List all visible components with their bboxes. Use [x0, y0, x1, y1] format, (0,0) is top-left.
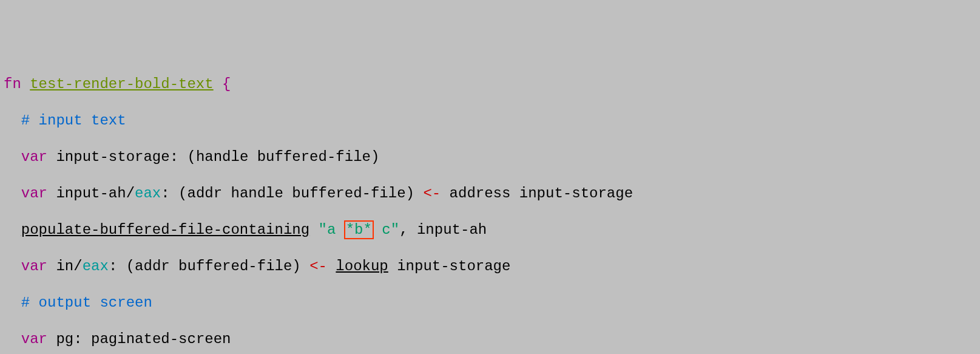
- rhs: address input-storage: [450, 185, 633, 202]
- code-line: var pg: paginated-screen: [4, 330, 976, 349]
- string-literal-post: c": [373, 222, 399, 238]
- type: (handle buffered-file): [187, 149, 379, 165]
- keyword-var: var: [21, 258, 47, 274]
- code-line: var input-storage: (handle buffered-file…: [4, 148, 976, 166]
- keyword-var: var: [21, 185, 47, 202]
- keyword-fn: fn: [4, 76, 21, 92]
- type: paginated-screen: [91, 331, 231, 347]
- code-line: # input text: [4, 112, 976, 130]
- comment: # input text: [21, 112, 126, 129]
- register: eax: [83, 258, 109, 274]
- var-name: input-storage:: [56, 149, 178, 165]
- var-name: input-ah: [56, 185, 126, 202]
- code-line: var in/eax: (addr buffered-file) <- look…: [4, 257, 976, 276]
- var-name: in: [56, 258, 73, 274]
- rest: input-storage: [388, 258, 511, 274]
- highlight-box: *b*: [344, 220, 374, 239]
- keyword-var: var: [21, 331, 47, 347]
- var-name: pg:: [56, 331, 82, 347]
- comment: # output screen: [21, 294, 152, 311]
- code-line: var input-ah/eax: (addr handle buffered-…: [4, 185, 976, 203]
- rest: , input-ah: [399, 222, 487, 238]
- type: (addr buffered-file): [126, 258, 301, 274]
- keyword-var: var: [21, 149, 47, 165]
- brace-open: {: [222, 76, 231, 92]
- code-line: populate-buffered-file-containing "a *b*…: [4, 221, 976, 239]
- register: eax: [135, 185, 161, 202]
- function-name[interactable]: test-render-bold-text: [30, 76, 213, 92]
- call-link[interactable]: lookup: [336, 258, 388, 274]
- arrow: <-: [309, 258, 327, 274]
- code-line: # output screen: [4, 294, 976, 312]
- type: (addr handle buffered-file): [178, 185, 414, 202]
- call-link[interactable]: populate-buffered-file-containing: [21, 222, 309, 238]
- string-literal-pre: "a: [319, 222, 345, 238]
- arrow: <-: [423, 185, 441, 202]
- code-line: fn test-render-bold-text {: [4, 75, 976, 94]
